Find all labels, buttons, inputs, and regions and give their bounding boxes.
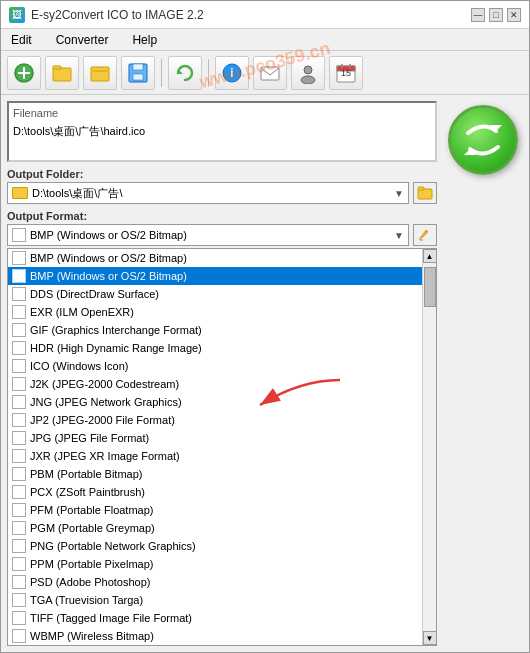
svg-rect-7 [133, 64, 143, 70]
format-item-icon [12, 485, 26, 499]
format-item-label: PGM (Portable Greymap) [30, 522, 155, 534]
format-list-item[interactable]: JXR (JPEG XR Image Format) [8, 447, 422, 465]
menu-edit[interactable]: Edit [7, 32, 36, 48]
format-list-item[interactable]: DDS (DirectDraw Surface) [8, 285, 422, 303]
svg-rect-4 [53, 66, 61, 69]
scroll-up-button[interactable]: ▲ [423, 249, 437, 263]
folder-open-button[interactable] [413, 182, 437, 204]
title-controls: — □ ✕ [471, 8, 521, 22]
format-list-item[interactable]: BMP (Windows or OS/2 Bitmap) [8, 267, 422, 285]
format-item-icon [12, 413, 26, 427]
format-list-item[interactable]: PNG (Portable Network Graphics) [8, 537, 422, 555]
format-list-item[interactable]: WBMP (Wireless Bitmap) [8, 627, 422, 645]
save-button[interactable] [121, 56, 155, 90]
minimize-button[interactable]: — [471, 8, 485, 22]
separator-2 [208, 59, 209, 87]
format-item-label: WBMP (Wireless Bitmap) [30, 630, 154, 642]
folder-select-inner: D:\tools\桌面\广告\ [12, 186, 394, 201]
format-item-icon [12, 629, 26, 643]
format-list-item[interactable]: PFM (Portable Floatmap) [8, 501, 422, 519]
format-list-item[interactable]: JNG (JPEG Network Graphics) [8, 393, 422, 411]
format-list-item[interactable]: EXR (ILM OpenEXR) [8, 303, 422, 321]
format-item-label: PFM (Portable Floatmap) [30, 504, 153, 516]
svg-rect-8 [133, 74, 143, 80]
format-list[interactable]: BMP (Windows or OS/2 Bitmap)BMP (Windows… [8, 249, 422, 645]
toolbar: i 15 [1, 51, 529, 95]
svg-marker-9 [178, 69, 183, 74]
format-list-item[interactable]: JPG (JPEG File Format) [8, 429, 422, 447]
new-button[interactable] [7, 56, 41, 90]
maximize-button[interactable]: □ [489, 8, 503, 22]
format-list-item[interactable]: JP2 (JPEG-2000 File Format) [8, 411, 422, 429]
folder-value: D:\tools\桌面\广告\ [32, 186, 122, 201]
format-list-item[interactable]: PGM (Portable Greymap) [8, 519, 422, 537]
format-item-label: JP2 (JPEG-2000 File Format) [30, 414, 175, 426]
format-list-item[interactable]: PPM (Portable Pixelmap) [8, 555, 422, 573]
format-item-icon [12, 557, 26, 571]
format-item-label: JXR (JPEG XR Image Format) [30, 450, 180, 462]
output-folder-section: Output Folder: D:\tools\桌面\广告\ ▼ [7, 168, 437, 204]
folder-row: D:\tools\桌面\广告\ ▼ [7, 182, 437, 204]
format-item-label: PNG (Portable Network Graphics) [30, 540, 196, 552]
output-format-select[interactable]: BMP (Windows or OS/2 Bitmap) ▼ [7, 224, 409, 246]
user-button[interactable] [291, 56, 325, 90]
format-item-icon [12, 377, 26, 391]
edit-format-button[interactable] [413, 224, 437, 246]
refresh-button[interactable] [168, 56, 202, 90]
format-list-item[interactable]: BMP (Windows or OS/2 Bitmap) [8, 249, 422, 267]
format-item-icon [12, 503, 26, 517]
svg-rect-21 [418, 187, 424, 190]
format-selected-value: BMP (Windows or OS/2 Bitmap) [30, 229, 187, 241]
format-select-inner: BMP (Windows or OS/2 Bitmap) [12, 228, 394, 242]
format-list-item[interactable]: TIFF (Tagged Image File Format) [8, 609, 422, 627]
file-list-box: Filename D:\tools\桌面\广告\haird.ico [7, 101, 437, 162]
output-folder-label: Output Folder: [7, 168, 437, 180]
format-item-label: ICO (Windows Icon) [30, 360, 128, 372]
format-dropdown-row: BMP (Windows or OS/2 Bitmap) ▼ [7, 224, 437, 246]
format-item-label: TIFF (Tagged Image File Format) [30, 612, 192, 624]
open-button[interactable] [45, 56, 79, 90]
main-content: Filename D:\tools\桌面\广告\haird.ico Output… [1, 95, 529, 652]
format-list-item[interactable]: GIF (Graphics Interchange Format) [8, 321, 422, 339]
close-button[interactable]: ✕ [507, 8, 521, 22]
format-item-label: GIF (Graphics Interchange Format) [30, 324, 202, 336]
menu-help[interactable]: Help [128, 32, 161, 48]
format-list-item[interactable]: PSD (Adobe Photoshop) [8, 573, 422, 591]
mail-button[interactable] [253, 56, 287, 90]
format-list-item[interactable]: HDR (High Dynamic Range Image) [8, 339, 422, 357]
menu-converter[interactable]: Converter [52, 32, 113, 48]
format-item-label: EXR (ILM OpenEXR) [30, 306, 134, 318]
file-list-header: Filename [13, 107, 431, 119]
format-list-item[interactable]: J2K (JPEG-2000 Codestream) [8, 375, 422, 393]
calendar-button[interactable]: 15 [329, 56, 363, 90]
file-item[interactable]: D:\tools\桌面\广告\haird.ico [13, 123, 431, 140]
format-item-icon [12, 287, 26, 301]
format-item-icon [12, 611, 26, 625]
format-item-label: J2K (JPEG-2000 Codestream) [30, 378, 179, 390]
info-button[interactable]: i [215, 56, 249, 90]
title-bar: 🖼 E-sy2Convert ICO to IMAGE 2.2 — □ ✕ [1, 1, 529, 29]
format-item-label: PSD (Adobe Photoshop) [30, 576, 150, 588]
convert-button[interactable] [448, 105, 518, 175]
scrollbar[interactable]: ▲ ▼ [422, 249, 436, 645]
format-item-icon [12, 341, 26, 355]
format-item-icon [12, 539, 26, 553]
output-format-label: Output Format: [7, 210, 437, 222]
format-list-item[interactable]: PCX (ZSoft Paintbrush) [8, 483, 422, 501]
svg-point-14 [301, 76, 315, 84]
format-list-item[interactable]: ICO (Windows Icon) [8, 357, 422, 375]
format-item-icon [12, 575, 26, 589]
format-item-icon [12, 359, 26, 373]
separator-1 [161, 59, 162, 87]
format-list-item[interactable]: PBM (Portable Bitmap) [8, 465, 422, 483]
scroll-thumb[interactable] [424, 267, 436, 307]
format-list-item[interactable]: TGA (Truevision Targa) [8, 591, 422, 609]
format-item-icon [12, 251, 26, 265]
format-item-icon [12, 593, 26, 607]
scroll-down-button[interactable]: ▼ [423, 631, 437, 645]
format-dropdown-arrow: ▼ [394, 230, 404, 241]
format-item-label: DDS (DirectDraw Surface) [30, 288, 159, 300]
output-folder-select[interactable]: D:\tools\桌面\广告\ ▼ [7, 182, 409, 204]
svg-point-13 [304, 66, 312, 74]
folder-button[interactable] [83, 56, 117, 90]
